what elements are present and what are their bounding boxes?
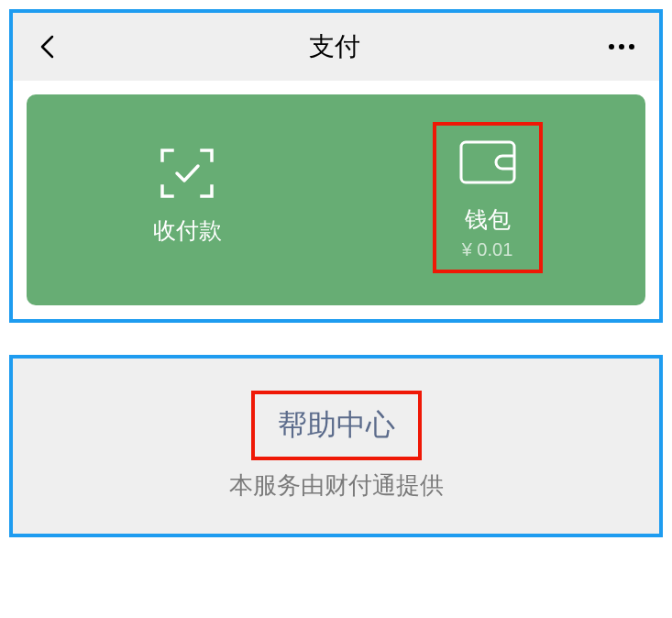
scan-check-icon [160, 146, 215, 201]
help-center-link[interactable]: 帮助中心 [278, 405, 395, 446]
wallet-button[interactable]: 钱包 ¥ 0.01 [433, 122, 543, 273]
svg-rect-0 [461, 142, 514, 182]
ellipsis-icon [629, 44, 634, 50]
wallet-balance: ¥ 0.01 [462, 239, 513, 260]
footer-panel: 帮助中心 本服务由财付通提供 [9, 355, 663, 537]
help-center-highlight: 帮助中心 [251, 391, 422, 460]
page-title: 支付 [309, 29, 360, 64]
ellipsis-icon [619, 44, 624, 50]
pay-receive-label: 收付款 [153, 215, 222, 246]
back-button[interactable] [33, 33, 61, 61]
ellipsis-icon [609, 44, 614, 50]
service-provider-text: 本服务由财付通提供 [13, 469, 659, 502]
payment-screen-panel: 支付 收付款 [9, 9, 663, 323]
wallet-icon [459, 135, 516, 190]
pay-receive-button[interactable]: 收付款 [130, 122, 245, 273]
wallet-label: 钱包 [465, 204, 511, 235]
header-bar: 支付 [13, 13, 659, 81]
chevron-left-icon [39, 35, 54, 59]
more-button[interactable] [609, 44, 639, 50]
wallet-card: 收付款 钱包 ¥ 0.01 [27, 94, 645, 305]
